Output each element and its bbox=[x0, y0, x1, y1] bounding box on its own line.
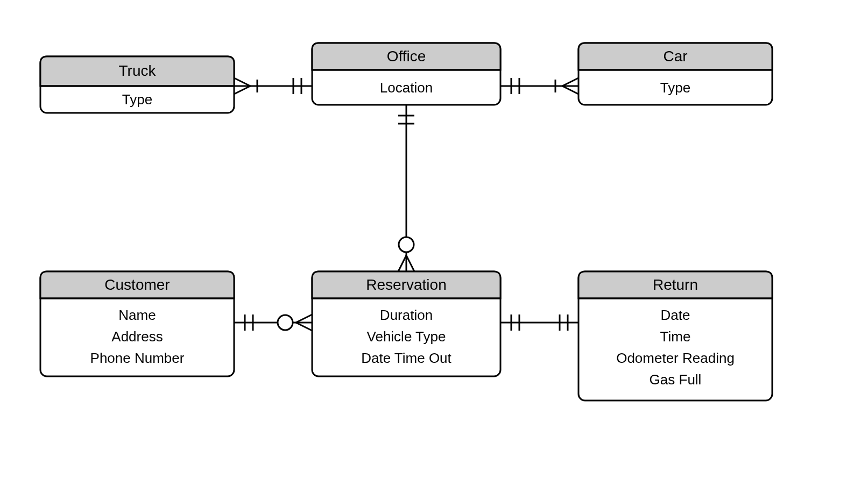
svg-point-0 bbox=[399, 237, 414, 252]
entity-customer-attr-2: Phone Number bbox=[90, 350, 185, 366]
entity-truck: Truck Type bbox=[40, 56, 234, 113]
entity-return-attr-3: Gas Full bbox=[650, 371, 702, 388]
entity-return-attr-0: Date bbox=[661, 307, 690, 323]
entity-office-title: Office bbox=[387, 48, 426, 65]
relation-office-reservation bbox=[398, 105, 414, 271]
entity-reservation: Reservation Duration Vehicle Type Date T… bbox=[312, 271, 500, 376]
entity-truck-attr-0: Type bbox=[122, 91, 152, 108]
entity-customer-attr-0: Name bbox=[118, 307, 156, 323]
entity-customer-attr-1: Address bbox=[111, 328, 163, 345]
entity-car-attr-0: Type bbox=[660, 80, 690, 96]
entity-reservation-attr-1: Vehicle Type bbox=[367, 328, 446, 345]
relation-truck-office bbox=[234, 78, 312, 94]
entity-return: Return Date Time Odometer Reading Gas Fu… bbox=[578, 271, 772, 401]
entity-reservation-title: Reservation bbox=[366, 276, 446, 293]
entity-office: Office Location bbox=[312, 43, 500, 105]
svg-point-1 bbox=[278, 315, 293, 330]
relation-customer-reservation bbox=[234, 314, 312, 331]
entity-car: Car Type bbox=[578, 43, 772, 105]
entity-reservation-attr-0: Duration bbox=[380, 307, 433, 323]
entity-office-attr-0: Location bbox=[380, 80, 433, 96]
entity-return-title: Return bbox=[653, 276, 698, 293]
er-diagram: Truck Type Office Location Car Type Cust… bbox=[0, 0, 868, 479]
relation-office-car bbox=[500, 78, 578, 94]
entity-car-title: Car bbox=[663, 48, 687, 65]
entity-reservation-attr-2: Date Time Out bbox=[361, 350, 451, 366]
entity-truck-title: Truck bbox=[119, 62, 157, 79]
entity-customer: Customer Name Address Phone Number bbox=[40, 271, 234, 376]
entity-return-attr-1: Time bbox=[660, 328, 691, 345]
entity-return-attr-2: Odometer Reading bbox=[616, 350, 735, 366]
relation-reservation-return bbox=[500, 314, 578, 331]
entity-customer-title: Customer bbox=[104, 276, 170, 293]
